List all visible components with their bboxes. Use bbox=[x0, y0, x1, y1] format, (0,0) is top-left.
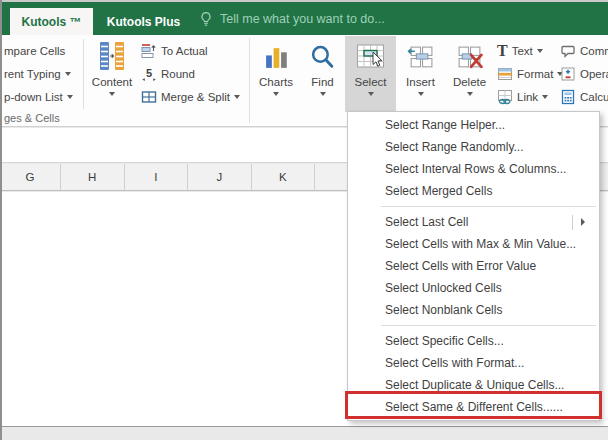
menu-item-select-interval-rows-columns[interactable]: Select Interval Rows & Columns... bbox=[348, 158, 599, 180]
content-label: Content bbox=[92, 76, 132, 88]
menu-item-select-unlocked-cells[interactable]: Select Unlocked Cells bbox=[348, 277, 599, 299]
select-label: Select bbox=[355, 76, 387, 88]
select-button[interactable]: Select bbox=[345, 36, 396, 112]
chevron-down-icon bbox=[542, 95, 548, 99]
compare-cells-button[interactable]: mpare Cells bbox=[4, 40, 65, 62]
prevent-typing-button[interactable]: rent Typing bbox=[4, 63, 71, 85]
ribbon-group-separator bbox=[249, 38, 250, 123]
menu-item-select-cells-max-min[interactable]: Select Cells with Max & Min Value... bbox=[348, 233, 599, 255]
drop-down-list-label: p-down List bbox=[4, 91, 63, 103]
merge-split-icon bbox=[141, 89, 157, 105]
chevron-down-icon bbox=[65, 72, 71, 76]
tab-kutools-plus[interactable]: Kutools Plus bbox=[97, 8, 190, 35]
merge-split-button[interactable]: Merge & Split bbox=[141, 86, 240, 108]
to-actual-icon bbox=[141, 43, 157, 59]
tab-kutools-plus-label: Kutools Plus bbox=[107, 15, 180, 29]
round-button[interactable]: 5 Round bbox=[141, 63, 195, 85]
menu-item-select-merged-cells[interactable]: Select Merged Cells bbox=[348, 180, 599, 202]
link-button[interactable]: Link bbox=[497, 86, 548, 108]
menu-separator bbox=[381, 325, 596, 326]
format-button[interactable]: Format bbox=[497, 63, 563, 85]
format-icon bbox=[497, 66, 513, 82]
find-icon bbox=[309, 39, 336, 75]
menu-item-select-specific-cells[interactable]: Select Specific Cells... bbox=[348, 330, 599, 352]
compare-cells-label: mpare Cells bbox=[4, 45, 65, 57]
menu-item-select-cells-error-value[interactable]: Select Cells with Error Value bbox=[348, 255, 599, 277]
operation-button[interactable]: Opera bbox=[560, 63, 608, 85]
drop-down-list-button[interactable]: p-down List bbox=[4, 86, 73, 108]
menu-item-select-cells-with-format[interactable]: Select Cells with Format... bbox=[348, 352, 599, 374]
text-button[interactable]: T Text bbox=[497, 40, 543, 62]
chevron-down-icon bbox=[467, 92, 473, 96]
chevron-down-icon bbox=[109, 92, 115, 96]
menu-separator bbox=[381, 206, 596, 207]
chevron-down-icon bbox=[234, 95, 240, 99]
round-label: Round bbox=[161, 68, 195, 80]
ribbon-separator bbox=[83, 39, 84, 109]
menu-item-select-nonblank-cells[interactable]: Select Nonblank Cells bbox=[348, 299, 599, 321]
menu-item-select-range-helper[interactable]: Select Range Helper... bbox=[348, 114, 599, 136]
menu-item-select-duplicate-unique-cells[interactable]: Select Duplicate & Unique Cells... bbox=[348, 374, 599, 396]
select-cells-icon bbox=[356, 39, 386, 75]
column-header-j[interactable]: J bbox=[188, 164, 252, 190]
chevron-down-icon bbox=[418, 92, 424, 96]
format-label: Format bbox=[517, 68, 553, 80]
to-actual-label: To Actual bbox=[161, 45, 208, 57]
lightbulb-icon bbox=[198, 11, 214, 27]
operation-label: Opera bbox=[580, 68, 608, 80]
ribbon-group-label: ges & Cells bbox=[4, 112, 60, 124]
content-button[interactable]: Content bbox=[86, 36, 138, 111]
text-label: Text bbox=[512, 45, 533, 57]
charts-label: Charts bbox=[259, 76, 293, 88]
column-header-i[interactable]: I bbox=[125, 164, 189, 190]
comment-label: Comm bbox=[580, 45, 608, 57]
svg-text:5: 5 bbox=[146, 67, 152, 79]
menu-item-select-same-different-cells[interactable]: Select Same & Different Cells...... bbox=[348, 396, 599, 418]
content-columns-icon bbox=[97, 39, 127, 75]
kutools-excel-window: Kutools ™ Kutools Plus Tell me what you … bbox=[0, 0, 608, 440]
delete-label: Delete bbox=[453, 76, 486, 88]
tell-me-box[interactable]: Tell me what you want to do... bbox=[198, 2, 385, 35]
delete-cells-icon bbox=[456, 39, 483, 75]
text-icon: T bbox=[497, 43, 508, 59]
tell-me-label: Tell me what you want to do... bbox=[220, 12, 385, 26]
select-dropdown-menu: Select Range Helper... Select Range Rand… bbox=[347, 111, 600, 421]
column-header-k[interactable]: K bbox=[252, 164, 316, 190]
ribbon-tab-bar: Kutools ™ Kutools Plus Tell me what you … bbox=[2, 2, 608, 35]
menu-item-select-last-cell[interactable]: Select Last Cell bbox=[348, 211, 599, 233]
charts-button[interactable]: Charts bbox=[253, 36, 299, 111]
insert-button[interactable]: Insert bbox=[397, 36, 444, 111]
calculation-icon bbox=[560, 89, 576, 105]
column-header-g[interactable]: G bbox=[0, 164, 61, 190]
prevent-typing-label: rent Typing bbox=[4, 68, 61, 80]
chevron-down-icon bbox=[273, 92, 279, 96]
find-button[interactable]: Find bbox=[301, 36, 344, 111]
chevron-down-icon bbox=[368, 92, 374, 96]
chevron-down-icon bbox=[537, 49, 543, 53]
column-header-h[interactable]: H bbox=[61, 164, 125, 190]
calculation-label: Calcu bbox=[580, 91, 608, 103]
chevron-down-icon bbox=[320, 92, 326, 96]
submenu-divider bbox=[572, 215, 573, 230]
submenu-arrow-icon bbox=[581, 218, 585, 226]
tab-kutools[interactable]: Kutools ™ bbox=[10, 8, 93, 35]
delete-button[interactable]: Delete bbox=[445, 36, 494, 111]
calculation-button[interactable]: Calcu bbox=[560, 86, 608, 108]
round-5-icon: 5 bbox=[141, 66, 157, 82]
chevron-down-icon bbox=[67, 95, 73, 99]
link-icon bbox=[497, 89, 513, 105]
insert-label: Insert bbox=[406, 76, 435, 88]
window-left-edge bbox=[0, 0, 2, 440]
charts-icon bbox=[263, 39, 290, 75]
comment-icon bbox=[560, 43, 576, 59]
merge-split-label: Merge & Split bbox=[161, 91, 230, 103]
find-label: Find bbox=[311, 76, 333, 88]
tab-kutools-label: Kutools ™ bbox=[22, 15, 82, 29]
link-label: Link bbox=[517, 91, 538, 103]
insert-cells-icon bbox=[407, 39, 434, 75]
operation-icon bbox=[560, 66, 576, 82]
comment-button[interactable]: Comm bbox=[560, 40, 608, 62]
menu-item-select-range-randomly[interactable]: Select Range Randomly... bbox=[348, 136, 599, 158]
to-actual-button[interactable]: To Actual bbox=[141, 40, 208, 62]
